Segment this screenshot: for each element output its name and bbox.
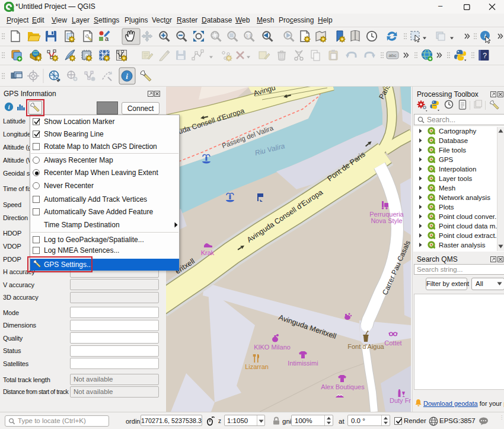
svg-text:Layer tools: Layer tools [439,175,473,182]
svg-text:Point cloud data m...: Point cloud data m... [439,223,501,230]
svg-text:Network analysis: Network analysis [439,194,490,201]
svg-text:?: ? [483,52,487,60]
svg-text:1:1: 1:1 [246,34,252,38]
svg-text:Nova Style: Nova Style [371,217,402,224]
svg-text:i: i [126,72,128,81]
svg-text:Mesh: Mesh [439,185,455,192]
svg-text:File tools: File tools [439,147,466,154]
svg-text:GPS: GPS [439,156,454,163]
svg-text:Alex Boutiques: Alex Boutiques [321,383,365,390]
svg-text:abc: abc [389,53,397,58]
svg-text:Intimissimi: Intimissimi [288,360,318,367]
svg-text:Database: Database [439,137,468,144]
svg-text:Cartography: Cartography [439,128,477,135]
svg-text:Plots: Plots [439,204,454,211]
svg-text:Krak: Krak [201,249,215,256]
svg-text:KIKO Milano: KIKO Milano [254,344,291,351]
svg-text:Point cloud extract...: Point cloud extract... [439,232,500,239]
svg-text:Lizarran: Lizarran [245,363,269,370]
svg-text:Cottet: Cottet [384,339,401,347]
svg-text:a: a [105,35,109,42]
svg-text:Font d'Aigua: Font d'Aigua [347,343,384,350]
svg-text:Point cloud conver...: Point cloud conver... [439,213,500,220]
svg-text:Raster analysis: Raster analysis [439,241,486,249]
svg-text:Duty Fr: Duty Fr [390,397,411,404]
svg-text:Interpolation: Interpolation [439,166,476,173]
